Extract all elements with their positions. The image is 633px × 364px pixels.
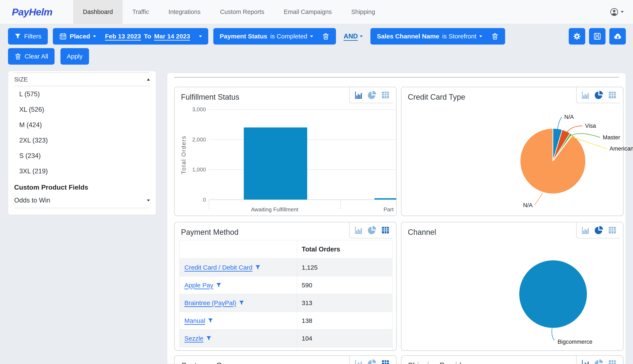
- table-grid-icon[interactable]: [608, 90, 617, 100]
- sidebar-item-size-m[interactable]: M (424): [14, 117, 150, 132]
- card-credit-card-type: N/A Visa Master American N/A Credit Card…: [401, 87, 623, 216]
- nav-item-traffic[interactable]: Traffic: [123, 0, 159, 24]
- nav-item-dashboard[interactable]: Dashboard: [73, 0, 123, 24]
- sidebar-odds-to-win[interactable]: Odds to Win: [14, 193, 150, 208]
- svg-text:Total Orders: Total Orders: [180, 135, 187, 174]
- nav-item-integrations[interactable]: Integrations: [159, 0, 210, 24]
- pie-chart-icon[interactable]: [594, 226, 603, 234]
- nav-item-custom-reports[interactable]: Custom Reports: [210, 0, 274, 24]
- view-switcher: [349, 87, 393, 103]
- caret-down-icon: [479, 36, 482, 37]
- card-fulfillment-status: 3,000 2,000 1,000 0 Total Orders Awaitin…: [174, 87, 397, 216]
- funnel-icon[interactable]: [206, 336, 212, 341]
- table-row: [179, 347, 392, 351]
- table-grid-icon[interactable]: [608, 226, 617, 234]
- trash-icon[interactable]: [491, 32, 499, 40]
- card-channel: Bigcommerce Channel: [401, 222, 623, 351]
- export-button[interactable]: [609, 28, 626, 44]
- divider: [174, 77, 619, 78]
- svg-text:American: American: [609, 146, 633, 152]
- sidebar-item-size-2xl[interactable]: 2XL (323): [14, 132, 150, 148]
- funnel-icon[interactable]: [207, 318, 213, 324]
- date-range-button[interactable]: Placed Feb 13 2023 To Mar 14 2023: [53, 28, 208, 44]
- person-circle-icon[interactable]: [610, 8, 619, 16]
- caret-down-icon: [621, 11, 624, 13]
- view-switcher: [576, 222, 620, 238]
- svg-text:0: 0: [203, 196, 206, 203]
- view-switcher: [576, 87, 620, 103]
- conjunction-and[interactable]: AND: [341, 32, 365, 40]
- save-button[interactable]: [589, 28, 605, 44]
- payhelm-logo[interactable]: PayHelm: [12, 6, 65, 18]
- caret-down-icon: [310, 36, 313, 37]
- pie-chart-icon[interactable]: [594, 359, 603, 364]
- view-switcher: [576, 356, 620, 364]
- channel-pie-chart: Bigcommerce: [401, 222, 623, 350]
- funnel-icon[interactable]: [216, 282, 222, 288]
- table-grid-icon[interactable]: [608, 359, 617, 364]
- table-header-row: Total Orders: [179, 240, 392, 258]
- sidebar-item-size-l[interactable]: L (575): [14, 86, 150, 102]
- bar-chart-icon[interactable]: [581, 226, 590, 234]
- total-orders-value: 1,125: [297, 259, 392, 276]
- payment-method-link[interactable]: Credit Card / Debit Card: [184, 264, 261, 271]
- floppy-save-icon: [593, 32, 601, 40]
- svg-text:2,000: 2,000: [192, 136, 206, 143]
- user-menu[interactable]: [610, 0, 624, 24]
- bar-chart-icon[interactable]: [581, 359, 590, 364]
- total-orders-value: 104: [297, 330, 392, 347]
- svg-text:N/A: N/A: [564, 114, 574, 120]
- cloud-download-icon: [613, 32, 622, 41]
- total-orders-value: 138: [297, 312, 392, 329]
- pie-chart-icon[interactable]: [594, 90, 603, 100]
- table-grid-icon[interactable]: [381, 359, 390, 364]
- pie-chart-icon[interactable]: [367, 359, 376, 364]
- bar-chart-icon[interactable]: [354, 90, 363, 100]
- clear-all-button[interactable]: Clear All: [8, 48, 55, 64]
- gear-icon: [573, 32, 581, 40]
- divider: [14, 208, 150, 208]
- card-shipping-provider: Shipping Provider: [401, 355, 623, 364]
- trash-icon[interactable]: [322, 32, 330, 40]
- svg-text:Master: Master: [603, 134, 620, 140]
- table-row: Manual 138: [179, 312, 392, 329]
- pie-chart-icon[interactable]: [367, 226, 376, 234]
- fulfillment-bar-chart: 3,000 2,000 1,000 0 Total Orders Awaitin…: [175, 87, 396, 216]
- table-grid-icon[interactable]: [381, 226, 390, 234]
- funnel-icon[interactable]: [255, 264, 261, 270]
- funnel-icon: [14, 33, 21, 40]
- bar-chart-icon[interactable]: [354, 359, 363, 364]
- pie-chart-icon[interactable]: [367, 90, 376, 100]
- sidebar-item-size-s[interactable]: S (234): [14, 148, 150, 164]
- filters-button[interactable]: Filters: [8, 28, 48, 44]
- svg-text:Visa: Visa: [585, 123, 596, 129]
- calendar-icon: [59, 32, 67, 40]
- total-orders-value: 590: [297, 276, 392, 294]
- sidebar-section-size[interactable]: SIZE: [14, 73, 150, 86]
- total-orders-value: 313: [297, 294, 392, 312]
- date-to[interactable]: Mar 14 2023: [154, 33, 190, 40]
- apply-button[interactable]: Apply: [61, 48, 89, 64]
- condition-payment-status[interactable]: Payment Status is Completed: [213, 28, 336, 44]
- table-row: Apple Pay 590: [179, 276, 392, 294]
- funnel-icon[interactable]: [239, 300, 244, 306]
- svg-text:Part: Part: [383, 206, 394, 212]
- table-grid-icon[interactable]: [381, 90, 390, 100]
- date-from[interactable]: Feb 13 2023: [105, 33, 141, 40]
- sidebar-item-size-3xl[interactable]: 3XL (219): [14, 164, 150, 179]
- payment-method-link[interactable]: Braintree (PayPal): [184, 300, 244, 306]
- settings-button[interactable]: [569, 28, 585, 44]
- condition-sales-channel[interactable]: Sales Channel Name is Storefront: [370, 28, 505, 44]
- table-row: Braintree (PayPal) 313: [179, 294, 392, 312]
- payment-method-link[interactable]: Manual: [184, 317, 213, 324]
- trash-icon: [14, 53, 22, 60]
- nav-item-email-campaigns[interactable]: Email Campaigns: [274, 0, 341, 24]
- payment-method-link[interactable]: Sezzle: [184, 335, 212, 342]
- nav-item-shipping[interactable]: Shipping: [341, 0, 385, 24]
- filter-sidebar: SIZE L (575) XL (526) M (424) 2XL (323) …: [8, 71, 156, 215]
- view-switcher: [349, 356, 393, 364]
- bar-chart-icon[interactable]: [581, 90, 590, 100]
- bar-chart-icon[interactable]: [354, 226, 363, 234]
- sidebar-item-size-xl[interactable]: XL (526): [14, 102, 150, 117]
- payment-method-link[interactable]: Apple Pay: [184, 282, 222, 289]
